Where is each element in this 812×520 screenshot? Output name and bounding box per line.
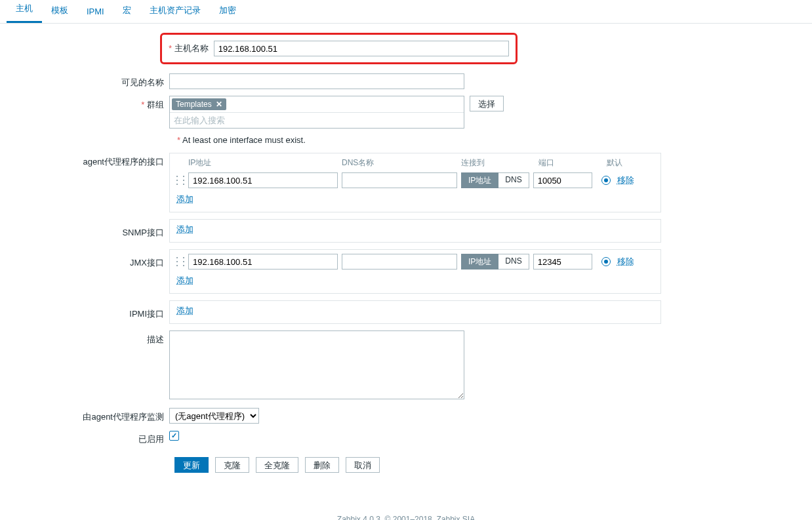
agent-dns-input[interactable] [342, 172, 457, 188]
tab-bar: 主机 模板 IPMI 宏 主机资产记录 加密 [0, 0, 812, 24]
snmp-add-link[interactable]: 添加 [176, 224, 193, 234]
jmx-port-input[interactable] [533, 254, 592, 270]
jmx-default-radio[interactable] [601, 257, 611, 266]
col-default-header: 默认 [607, 157, 622, 169]
agent-interface-box: IP地址 DNS名称 连接到 端口 默认 IP地址 DNS [169, 153, 661, 212]
footer-link[interactable]: Zabbix SIA [436, 515, 475, 520]
footer: Zabbix 4.0.3. © 2001–2018, Zabbix SIA [0, 506, 812, 520]
full-clone-button[interactable]: 全克隆 [256, 457, 298, 473]
col-connect-header: 连接到 [461, 157, 535, 169]
tab-encryption[interactable]: 加密 [210, 0, 245, 23]
monitored-by-label: 由agent代理程序监测 [7, 408, 169, 423]
tab-template[interactable]: 模板 [42, 0, 77, 23]
visible-name-label: 可见的名称 [7, 73, 169, 89]
agent-connect-dns-button[interactable]: DNS [498, 172, 529, 188]
description-label: 描述 [7, 330, 169, 346]
delete-button[interactable]: 删除 [305, 457, 339, 473]
enabled-label: 已启用 [7, 430, 169, 445]
drag-handle-icon[interactable] [176, 256, 184, 268]
interface-warning: * At least one interface must exist. [177, 135, 805, 145]
tab-host[interactable]: 主机 [7, 0, 42, 23]
jmx-interfaces-label: JMX接口 [7, 249, 169, 269]
proxy-select[interactable]: (无agent代理程序) [169, 408, 259, 424]
agent-ip-input[interactable] [188, 172, 338, 188]
remove-tag-icon[interactable]: ✕ [216, 100, 222, 109]
tab-inventory[interactable]: 主机资产记录 [140, 0, 210, 23]
hostname-highlight: * 主机名称 [160, 33, 518, 64]
hostname-label: 主机名称 [174, 43, 209, 53]
update-button[interactable]: 更新 [174, 457, 209, 473]
agent-remove-link[interactable]: 移除 [617, 174, 634, 186]
snmp-interface-box: 添加 [169, 219, 661, 243]
jmx-interface-box: IP地址 DNS 移除 添加 [169, 249, 661, 294]
enabled-checkbox[interactable]: ✓ [169, 431, 179, 441]
agent-connect-ip-button[interactable]: IP地址 [461, 172, 498, 188]
jmx-ip-input[interactable] [188, 254, 338, 270]
col-ip-header: IP地址 [188, 157, 338, 169]
jmx-connect-ip-button[interactable]: IP地址 [461, 254, 498, 270]
groups-label: 群组 [147, 100, 164, 110]
hostname-input[interactable] [214, 41, 509, 56]
snmp-interfaces-label: SNMP接口 [7, 219, 169, 239]
agent-interface-row: IP地址 DNS 移除 [176, 172, 654, 188]
cancel-button[interactable]: 取消 [346, 457, 380, 473]
group-tag-templates: Templates ✕ [172, 98, 226, 110]
jmx-remove-link[interactable]: 移除 [617, 256, 634, 268]
visible-name-input[interactable] [169, 73, 464, 89]
ipmi-interface-box: 添加 [169, 300, 661, 324]
host-form: * 主机名称 可见的名称 * 群组 Templates ✕ 选择 [0, 24, 812, 492]
agent-interfaces-label: agent代理程序的接口 [7, 153, 169, 168]
description-textarea[interactable] [169, 330, 464, 399]
action-buttons: 更新 克隆 全克隆 删除 取消 [174, 457, 805, 473]
clone-button[interactable]: 克隆 [215, 457, 249, 473]
agent-port-input[interactable] [533, 172, 592, 188]
jmx-connect-dns-button[interactable]: DNS [498, 254, 529, 270]
agent-default-radio[interactable] [601, 176, 611, 185]
groups-multiselect[interactable]: Templates ✕ [169, 96, 464, 129]
ipmi-interfaces-label: IPMI接口 [7, 300, 169, 320]
tab-macros[interactable]: 宏 [113, 0, 140, 23]
ipmi-add-link[interactable]: 添加 [176, 306, 193, 315]
jmx-add-link[interactable]: 添加 [176, 275, 193, 285]
col-dns-header: DNS名称 [342, 157, 457, 169]
drag-handle-icon[interactable] [176, 174, 184, 186]
agent-add-link[interactable]: 添加 [176, 194, 193, 204]
jmx-interface-row: IP地址 DNS 移除 [176, 254, 654, 270]
jmx-dns-input[interactable] [342, 254, 457, 270]
col-port-header: 端口 [538, 157, 598, 169]
select-groups-button[interactable]: 选择 [470, 96, 504, 111]
group-search-input[interactable] [170, 112, 464, 128]
tab-ipmi[interactable]: IPMI [77, 0, 113, 23]
